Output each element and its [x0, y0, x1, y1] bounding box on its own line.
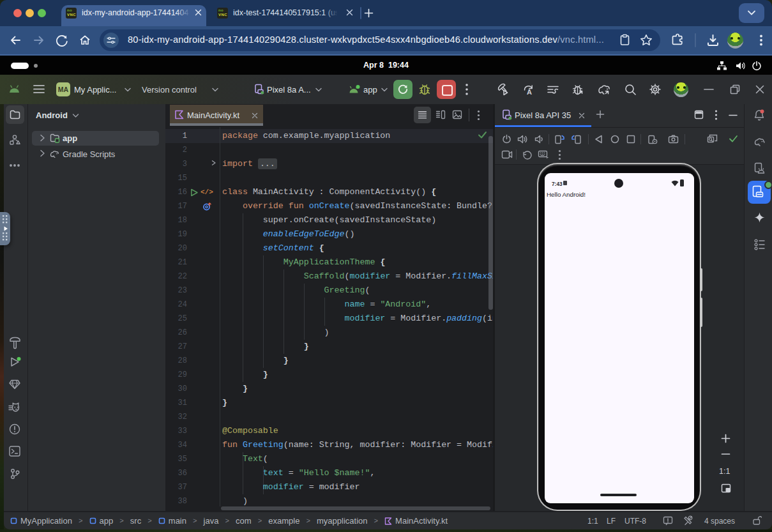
svg-text:A: A [527, 88, 532, 96]
